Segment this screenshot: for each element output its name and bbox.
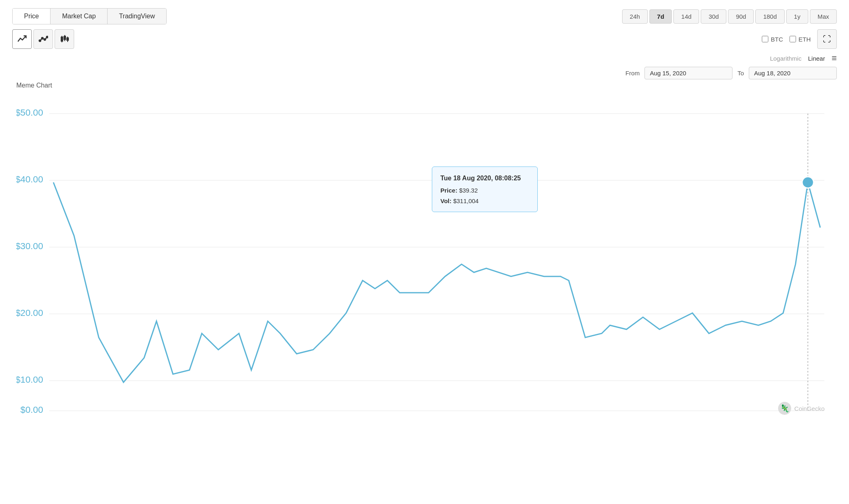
time-btn-180d[interactable]: 180d	[755, 9, 784, 24]
from-label: From	[625, 70, 640, 77]
coingecko-icon: 🦎	[778, 402, 791, 415]
chart-type-line[interactable]	[33, 29, 53, 49]
coingecko-watermark: 🦎 CoinGecko	[778, 402, 825, 415]
svg-text:$30.00: $30.00	[16, 241, 43, 251]
time-btn-1y[interactable]: 1y	[786, 9, 808, 24]
to-date-input[interactable]	[749, 67, 837, 79]
time-btn-14d[interactable]: 14d	[673, 9, 699, 24]
tab-group: Price Market Cap TradingView	[12, 8, 167, 24]
svg-line-6	[46, 37, 46, 39]
tab-price[interactable]: Price	[13, 9, 51, 24]
to-label: To	[737, 70, 744, 77]
fullscreen-button[interactable]: ⛶	[817, 29, 837, 49]
svg-text:$20.00: $20.00	[16, 308, 43, 318]
right-controls: BTC ETH ⛶	[762, 29, 837, 49]
date-row: From To	[12, 67, 837, 79]
eth-checkbox[interactable]	[790, 36, 796, 42]
chart-type-group	[12, 29, 74, 49]
chart-type-line-up[interactable]	[12, 29, 32, 49]
chart-area: $50.00 $40.00 $30.00 $20.00 $10.00 $0.00…	[16, 93, 841, 427]
btc-label: BTC	[771, 36, 783, 43]
svg-rect-7	[61, 37, 63, 41]
chart-svg: $50.00 $40.00 $30.00 $20.00 $10.00 $0.00	[16, 93, 841, 427]
checkbox-group: BTC ETH	[762, 36, 811, 43]
tab-tradingview[interactable]: TradingView	[108, 9, 166, 24]
from-date-input[interactable]	[644, 67, 732, 79]
time-btn-90d[interactable]: 90d	[728, 9, 754, 24]
tab-marketcap[interactable]: Market Cap	[51, 9, 108, 24]
svg-line-4	[41, 39, 42, 40]
top-controls: Price Market Cap TradingView 24h 7d 14d …	[12, 8, 837, 24]
time-btn-7d[interactable]: 7d	[649, 9, 672, 24]
time-btn-max[interactable]: Max	[810, 9, 837, 24]
svg-text:$40.00: $40.00	[16, 174, 43, 184]
chart-type-candle[interactable]	[55, 29, 74, 49]
svg-rect-13	[67, 38, 68, 40]
time-btn-24h[interactable]: 24h	[622, 9, 648, 24]
svg-text:$0.00: $0.00	[20, 405, 43, 415]
coingecko-text: CoinGecko	[794, 405, 825, 412]
svg-rect-10	[64, 36, 66, 39]
svg-text:$10.00: $10.00	[16, 375, 43, 385]
chart-container: Price Market Cap TradingView 24h 7d 14d …	[0, 0, 849, 504]
scale-linear[interactable]: Linear	[808, 55, 825, 62]
scale-logarithmic[interactable]: Logarithmic	[770, 55, 802, 62]
time-btn-30d[interactable]: 30d	[701, 9, 726, 24]
hamburger-menu[interactable]: ≡	[831, 53, 837, 64]
btc-checkbox[interactable]	[762, 36, 768, 42]
svg-text:$50.00: $50.00	[16, 107, 43, 118]
second-row: BTC ETH ⛶	[12, 29, 837, 49]
btc-checkbox-label[interactable]: BTC	[762, 36, 783, 43]
svg-line-5	[43, 39, 44, 39]
eth-checkbox-label[interactable]: ETH	[790, 36, 811, 43]
chart-title: Meme Chart	[16, 82, 837, 89]
eth-label: ETH	[798, 36, 811, 43]
svg-point-29	[802, 177, 814, 188]
time-range-group: 24h 7d 14d 30d 90d 180d 1y Max	[622, 9, 837, 24]
scale-row: Logarithmic Linear ≡	[12, 53, 837, 64]
